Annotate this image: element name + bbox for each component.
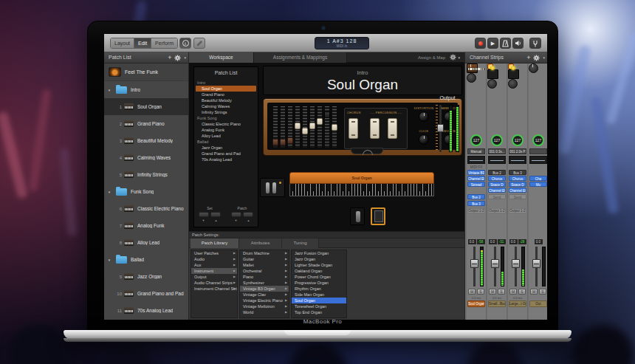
fader-cap[interactable] — [532, 259, 540, 268]
mini-patch-row[interactable]: Alloy Lead — [196, 133, 256, 139]
library-item[interactable]: Tonewheel Organ▶ — [292, 303, 346, 309]
mute-button[interactable]: M — [530, 289, 538, 295]
library-item[interactable]: Mallet▶ — [240, 262, 289, 268]
set-previous-button[interactable] — [199, 212, 209, 217]
library-item[interactable]: Vintage Clav▶ — [240, 292, 289, 298]
pan-knob[interactable] — [467, 73, 476, 83]
mini-patch-row[interactable]: Analog Funk — [196, 127, 256, 133]
metronome-button[interactable] — [500, 38, 511, 49]
send-slot[interactable]: Bus 3 — [467, 201, 485, 206]
add-patch-button[interactable]: + — [168, 55, 171, 61]
library-item[interactable]: Instrument Channel Strips▶ — [191, 286, 237, 292]
strip-name[interactable]: Large...t One — [509, 301, 526, 307]
library-item[interactable]: Vintage Electric Piano▶ — [240, 298, 289, 303]
mod-wheel[interactable] — [272, 182, 276, 193]
insert-slot[interactable]: Mu — [529, 182, 547, 187]
mute-button[interactable]: M — [509, 289, 517, 295]
output-fader-cap[interactable] — [437, 124, 444, 132]
eq-curve-thumbnail[interactable] — [509, 156, 526, 164]
preset-field[interactable]: Manual — [467, 148, 485, 154]
strip-name[interactable]: Small...Booth — [488, 301, 506, 307]
patch-tree-row[interactable]: ▾ 10 Grand Piano and Pad — [104, 285, 189, 302]
volume-fader[interactable] — [509, 247, 526, 286]
click-knob[interactable] — [419, 134, 429, 145]
patch-tree-row[interactable]: ▾ Ballad — [104, 251, 189, 268]
library-item[interactable]: Progressive Organ▶ — [292, 280, 346, 286]
strips-gear-icon[interactable] — [533, 55, 540, 61]
action-gear-icon[interactable] — [174, 55, 181, 61]
tab-assignments-mappings[interactable]: Assignments & Mappings — [254, 52, 347, 63]
pan-knob[interactable] — [529, 63, 538, 73]
library-item[interactable]: Instrument▶ — [191, 268, 237, 274]
library-item[interactable]: Drum Machine▶ — [240, 250, 289, 256]
library-item[interactable]: Aux▶ — [191, 262, 237, 268]
assign-and-map-button[interactable]: Assign & Map — [418, 52, 445, 63]
eq-curve-thumbnail[interactable] — [488, 156, 506, 164]
tab-attributes[interactable]: Attributes — [239, 238, 282, 248]
insert-slot[interactable]: Channel EQ — [467, 176, 485, 181]
insert-slot[interactable]: Chorus — [488, 176, 506, 181]
layout-mode-button[interactable]: Layout — [111, 38, 134, 49]
library-item[interactable]: Rhythm Organ▶ — [292, 286, 346, 292]
master-mute-button[interactable] — [512, 38, 524, 49]
library-item[interactable]: Lighter Shade Organ▶ — [292, 262, 346, 268]
keyboard-keys[interactable] — [289, 184, 434, 196]
output-fader[interactable] — [436, 105, 443, 152]
patch-tree-row[interactable]: ▾ Intro — [104, 81, 189, 98]
patch-tree-row[interactable]: ▾ 2 Grand Piano — [104, 115, 189, 132]
distortion-knob[interactable] — [419, 111, 429, 122]
strip-name[interactable]: Out — [529, 301, 547, 307]
pitch-mod-wheels[interactable] — [260, 178, 285, 197]
perform-mode-button[interactable]: Perform — [151, 38, 177, 49]
patch-tree-row[interactable]: ▾ Funk Song — [104, 183, 189, 200]
add-channel-strip-button[interactable]: + — [526, 55, 530, 61]
patch-tree-row[interactable]: ▾ 9 Jazz Organ — [104, 268, 189, 285]
disclosure-triangle-icon[interactable]: ▾ — [106, 258, 112, 262]
expression-pedal[interactable] — [350, 207, 365, 225]
mini-patch-row[interactable]: Funk Song — [196, 115, 256, 121]
output-slot[interactable]: Output 1-2 — [467, 208, 485, 213]
set-next-button[interactable] — [210, 212, 221, 217]
volume-fader[interactable] — [488, 247, 506, 286]
output-slot[interactable]: Output 1-2 — [488, 208, 506, 213]
workspace-gear-icon[interactable] — [450, 54, 456, 61]
activity-display[interactable]: 1 A#3 128 MIDI In — [315, 37, 369, 49]
keyboard-black-keys[interactable] — [292, 184, 432, 191]
insert-slot[interactable]: Spread — [467, 182, 485, 187]
mini-patch-row[interactable]: Intro — [196, 80, 256, 86]
tab-workspace[interactable]: Workspace — [189, 52, 254, 63]
solo-button[interactable]: S — [518, 289, 526, 295]
mini-patch-row[interactable]: Classic Electric Piano — [196, 121, 256, 127]
tab-patch-library[interactable]: Patch Library — [190, 238, 239, 248]
tab-tuning[interactable]: Tuning — [282, 238, 319, 248]
info-button[interactable]: i — [179, 38, 191, 49]
disclosure-triangle-icon[interactable]: ▾ — [106, 88, 112, 92]
library-item[interactable]: Power Chord Organ▶ — [292, 274, 346, 280]
send-slot[interactable]: Bus 2 — [467, 194, 485, 199]
insert-slot[interactable]: Chorus — [509, 176, 526, 181]
drawbar[interactable] — [273, 106, 278, 148]
eq-curve-thumbnail[interactable] — [529, 156, 547, 164]
mini-patch-row[interactable]: Ballad — [196, 139, 256, 145]
percussion-harmonic-switch[interactable] — [388, 118, 397, 139]
record-button[interactable] — [475, 38, 486, 49]
percussion-switch[interactable] — [370, 118, 380, 139]
library-item[interactable]: Top End Organ▶ — [292, 309, 346, 315]
drawbar[interactable] — [288, 106, 292, 148]
preset-field[interactable] — [529, 148, 547, 154]
tuner-button[interactable] — [529, 38, 541, 49]
patch-tree-row[interactable]: ▾ 11 70s Analog Lead — [104, 302, 189, 319]
patch-tree-row[interactable]: ▾ 4 Calming Waves — [104, 149, 189, 166]
library-item[interactable]: Piano▶ — [240, 274, 289, 280]
library-item[interactable]: Output▶ — [191, 274, 237, 280]
expression-knob[interactable]: 127 — [470, 134, 482, 146]
sustain-pedal[interactable] — [371, 207, 385, 225]
strip-name[interactable]: Soul Organ — [467, 301, 485, 307]
mini-patch-row[interactable]: Grand Piano — [196, 92, 256, 97]
library-item[interactable]: Soul Organ▶ — [292, 298, 346, 303]
drawbar[interactable] — [332, 106, 337, 148]
edit-mode-button[interactable]: Edit — [134, 38, 151, 49]
patch-tree-row[interactable]: ▾ 5 Infinity Strings — [104, 166, 189, 183]
preset-field[interactable]: 001 0.3s... — [488, 148, 506, 154]
drawbar[interactable] — [325, 106, 329, 148]
